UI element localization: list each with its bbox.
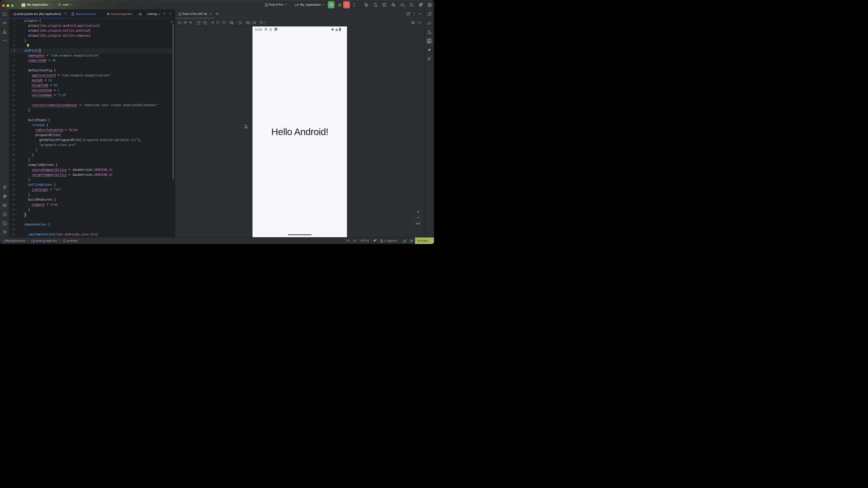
svg-text:A: A [275, 28, 277, 31]
